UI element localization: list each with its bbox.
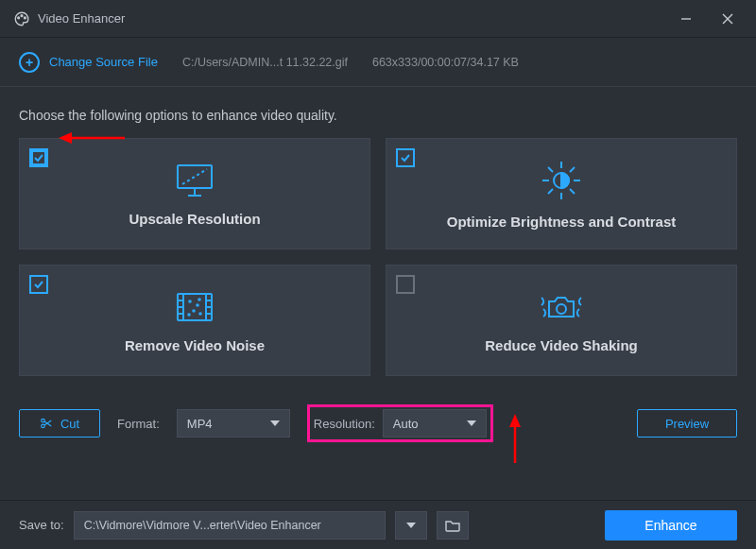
- camera-shake-icon: [536, 288, 587, 326]
- main-panel: Choose the following options to enhance …: [0, 87, 756, 500]
- option-reduce-shaking[interactable]: Reduce Video Shaking: [386, 265, 737, 376]
- chevron-down-icon: [467, 420, 476, 426]
- save-path-value: C:\Vidmore\Vidmore V...erter\Video Enhan…: [84, 519, 321, 532]
- preview-button[interactable]: Preview: [637, 409, 737, 437]
- option-label: Upscale Resolution: [129, 211, 260, 227]
- app-window: Video Enhancer + Change Source File C:/U…: [0, 0, 756, 549]
- svg-point-33: [198, 299, 200, 300]
- source-file-path: C:/Users/ADMIN...t 11.32.22.gif: [182, 56, 348, 69]
- resolution-select[interactable]: Auto: [383, 409, 487, 437]
- option-label: Reduce Video Shaking: [485, 337, 637, 353]
- change-source-button[interactable]: + Change Source File: [19, 52, 158, 73]
- svg-line-7: [182, 169, 207, 184]
- svg-marker-44: [467, 420, 476, 426]
- format-value: MP4: [187, 417, 213, 431]
- plus-circle-icon: +: [19, 52, 40, 73]
- change-source-label: Change Source File: [49, 55, 158, 69]
- save-bar: Save to: C:\Vidmore\Vidmore V...erter\Vi…: [0, 500, 756, 549]
- option-remove-noise[interactable]: Remove Video Noise: [19, 265, 370, 376]
- svg-point-29: [197, 304, 198, 306]
- option-label: Remove Video Noise: [125, 337, 265, 353]
- svg-line-15: [548, 167, 553, 172]
- svg-line-16: [570, 189, 575, 194]
- titlebar: Video Enhancer: [0, 0, 756, 38]
- close-button[interactable]: [707, 5, 748, 33]
- minimize-button[interactable]: [665, 5, 707, 33]
- palette-icon: [13, 10, 30, 27]
- source-file-info: 663x333/00:00:07/34.17 KB: [372, 56, 519, 69]
- svg-line-42: [44, 420, 51, 425]
- highlight-annotation-resolution: Resolution: Auto: [307, 404, 493, 442]
- svg-marker-45: [406, 523, 416, 528]
- option-checkbox[interactable]: [29, 275, 48, 294]
- app-title: Video Enhancer: [38, 11, 125, 26]
- monitor-icon: [173, 162, 216, 199]
- preview-label: Preview: [665, 417, 709, 431]
- save-to-label: Save to:: [19, 518, 64, 532]
- option-checkbox[interactable]: [396, 148, 415, 167]
- option-checkbox[interactable]: [396, 275, 415, 294]
- scissors-icon: [40, 417, 53, 430]
- svg-line-17: [570, 167, 575, 172]
- option-label: Optimize Brightness and Contrast: [447, 214, 677, 230]
- checkmark-icon: [400, 152, 411, 163]
- svg-point-31: [199, 313, 201, 315]
- film-noise-icon: [171, 288, 218, 326]
- checkmark-icon: [33, 152, 44, 163]
- brightness-icon: [540, 159, 583, 202]
- svg-point-34: [557, 304, 566, 314]
- chevron-down-icon: [406, 523, 416, 528]
- options-grid: Upscale Resolution Optimize Brightne: [19, 138, 737, 376]
- folder-icon: [445, 519, 460, 532]
- option-upscale-resolution[interactable]: Upscale Resolution: [19, 138, 370, 249]
- app-title-group: Video Enhancer: [13, 10, 125, 27]
- cut-label: Cut: [60, 417, 79, 431]
- svg-point-0: [18, 16, 20, 18]
- svg-marker-43: [270, 420, 280, 426]
- option-optimize-brightness[interactable]: Optimize Brightness and Contrast: [386, 138, 737, 249]
- enhance-button[interactable]: Enhance: [605, 510, 737, 540]
- enhance-label: Enhance: [644, 518, 696, 533]
- save-path-dropdown[interactable]: [395, 511, 427, 540]
- open-folder-button[interactable]: [437, 511, 469, 540]
- svg-point-32: [188, 314, 190, 316]
- format-select[interactable]: MP4: [177, 409, 290, 437]
- format-label: Format:: [117, 417, 160, 431]
- svg-point-30: [193, 310, 195, 312]
- chevron-down-icon: [270, 420, 280, 426]
- checkmark-icon: [33, 279, 44, 290]
- resolution-label: Resolution:: [314, 417, 375, 431]
- highlight-annotation-checkbox: [29, 148, 48, 167]
- svg-point-2: [24, 16, 26, 18]
- svg-point-1: [21, 14, 23, 16]
- source-bar: + Change Source File C:/Users/ADMIN...t …: [0, 38, 756, 87]
- toolbar-row: Cut Format: MP4 Resolution: Auto: [19, 404, 737, 442]
- cut-button[interactable]: Cut: [19, 409, 100, 437]
- svg-point-28: [189, 300, 191, 302]
- svg-line-41: [44, 421, 51, 426]
- instruction-text: Choose the following options to enhance …: [19, 108, 737, 123]
- resolution-value: Auto: [393, 417, 419, 431]
- save-path-field[interactable]: C:\Vidmore\Vidmore V...erter\Video Enhan…: [74, 511, 386, 540]
- svg-line-18: [548, 189, 553, 194]
